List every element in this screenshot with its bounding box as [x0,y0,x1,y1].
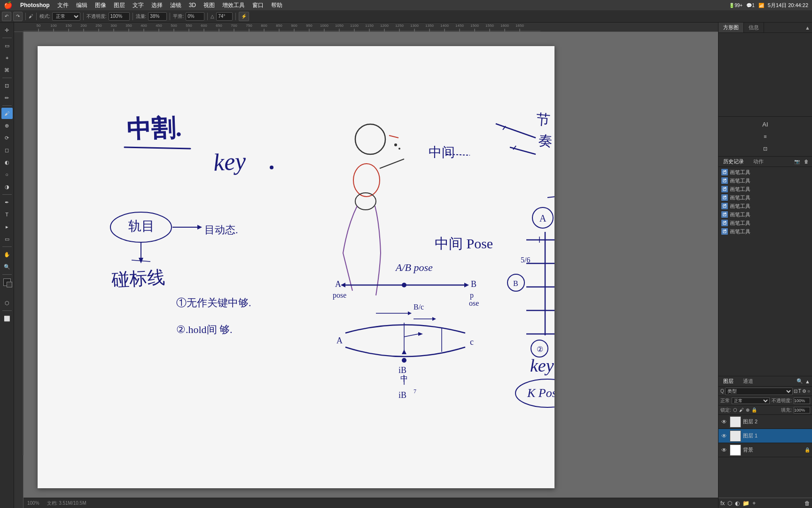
move-tool[interactable]: ✛ [1,24,13,36]
lasso-tool[interactable]: ⌖ [1,52,13,64]
text-tool[interactable]: T [1,209,13,220]
menu-edit[interactable]: 编辑 [76,1,87,9]
svg-text:850: 850 [276,24,282,28]
layers-menu-icon[interactable]: ▲ [805,379,810,384]
history-brush-tool[interactable]: ⟳ [1,132,13,143]
history-item[interactable]: 画笔工具 [719,202,811,210]
filter-icon-1[interactable]: ⊡ [794,389,797,394]
zoom-tool[interactable]: 🔍 [1,261,13,272]
opacity-label: 不透明度: [86,13,107,20]
ai-button-2[interactable]: ≡ [760,131,771,142]
history-item[interactable]: 画笔工具 [719,227,811,236]
svg-text:1650: 1650 [515,24,524,28]
filter-icon-2[interactable]: T [798,389,801,394]
menu-help[interactable]: 帮助 [271,1,282,9]
menu-view[interactable]: 视图 [203,1,215,9]
redo-button[interactable]: ↷ [13,12,23,21]
angle-input[interactable] [216,12,233,21]
crop-tool[interactable]: ⊡ [1,80,13,91]
history-item[interactable]: 画笔工具 [719,210,811,219]
layer-mask-button[interactable]: ⬡ [727,500,732,507]
history-item[interactable]: 画笔工具 [719,219,811,227]
eraser-tool[interactable]: ◻ [1,144,13,156]
new-layer-button[interactable]: + [752,500,756,507]
smoothing-input[interactable] [186,12,204,21]
filter-toggle[interactable]: ○ [807,389,810,394]
marquee-tool[interactable]: ▭ [1,40,13,51]
tab-info[interactable]: 信息 [744,23,764,32]
delete-layer-button[interactable]: 🗑 [804,500,810,507]
opacity-value-input[interactable] [794,397,810,404]
menu-plugins[interactable]: 增效工具 [222,1,245,9]
history-item[interactable]: 画笔工具 [719,176,811,185]
brush-icon: 🖌 [29,14,33,19]
tab-channels[interactable]: 通道 [738,376,758,386]
magic-wand-tool[interactable]: ⌘ [1,64,13,76]
canvas-content[interactable]: 中割. key 轨目 目动态. [23,32,718,498]
shape-tool[interactable]: ▭ [1,233,13,245]
menu-image[interactable]: 图像 [95,1,106,9]
tab-histogram[interactable]: 方形图 [718,23,744,32]
history-item[interactable]: 画笔工具 [719,185,811,193]
layer-adjustment-button[interactable]: ◐ [735,500,740,507]
flow-input[interactable] [148,12,167,21]
layer-group-button[interactable]: 📁 [742,500,750,507]
panel-menu-icon[interactable]: ▲ [805,25,810,31]
background-color[interactable] [7,282,12,287]
lock-position-icon[interactable]: ⊕ [746,407,750,413]
layer-fx-button[interactable]: fx [720,500,725,507]
search-icon[interactable]: 🔍 [796,378,803,384]
menu-file[interactable]: 文件 [57,1,69,9]
brush-tool[interactable]: 🖌 [1,108,13,119]
svg-point-114 [508,274,524,291]
blur-tool[interactable]: ○ [1,169,13,180]
foreground-color[interactable] [3,278,11,286]
menu-filter[interactable]: 滤镜 [170,1,181,9]
canvas-document[interactable]: 中割. key 轨目 目动态. [38,46,554,488]
ai-button-3[interactable]: ⊡ [760,143,771,154]
lock-paint-icon[interactable]: 🖌 [739,407,744,413]
apple-menu[interactable]: 🍎 [4,1,13,9]
history-item[interactable]: 画笔工具 [719,168,811,176]
fill-value-input[interactable] [794,407,810,413]
layer-item[interactable]: 👁 图层 1 [718,429,812,443]
menu-text[interactable]: 文字 [133,1,144,9]
tab-layers[interactable]: 图层 [718,376,738,386]
lock-label: 锁定: [720,407,731,413]
layer-visibility-icon[interactable]: 👁 [720,433,728,439]
history-camera-icon[interactable]: 📷 [793,158,801,166]
hand-tool[interactable]: ✋ [1,249,13,260]
ai-button-1[interactable]: AI [760,119,771,130]
layer-type-filter[interactable]: 类型 [725,388,793,395]
layer-visibility-icon[interactable]: 👁 [720,419,728,425]
clone-stamp-tool[interactable]: ⊕ [1,120,13,131]
menu-select[interactable]: 选择 [151,1,163,9]
tab-history[interactable]: 历史记录 [718,157,749,167]
svg-line-94 [446,154,470,155]
opacity-input[interactable] [109,12,130,21]
menu-3d[interactable]: 3D [189,2,196,8]
history-item[interactable]: 画笔工具 [719,193,811,202]
layer-item[interactable]: 👁 背景 🔒 [718,443,812,457]
quick-mask-button[interactable]: ⬡ [1,297,13,309]
screen-mode-button[interactable]: ⬜ [1,313,13,324]
blend-mode-select[interactable]: 正常 [732,397,770,404]
lock-transparent-icon[interactable]: ⬡ [733,407,737,413]
canvas-area[interactable]: // Will be generated dynamically 5010015… [14,23,718,508]
mode-select[interactable]: 正常 [52,12,80,21]
menu-layer[interactable]: 图层 [114,1,125,9]
layer-item[interactable]: 👁 图层 2 [718,415,812,429]
menu-window[interactable]: 窗口 [252,1,264,9]
gradient-tool[interactable]: ◐ [1,157,13,168]
lock-all-icon[interactable]: 🔒 [751,407,757,413]
undo-button[interactable]: ↶ [2,12,11,21]
pen-tool[interactable]: ✒ [1,197,13,208]
path-select-tool[interactable]: ▸ [1,221,13,232]
tab-actions[interactable]: 动作 [749,157,768,167]
eyedropper-tool[interactable]: ✏ [1,92,13,103]
filter-icon-3[interactable]: ⚙ [802,389,806,394]
history-trash-icon[interactable]: 🗑 [803,158,810,166]
dodge-tool[interactable]: ◑ [1,181,13,192]
layer-visibility-icon[interactable]: 👁 [720,447,728,453]
symmetry-button[interactable]: ⚡ [239,12,249,21]
